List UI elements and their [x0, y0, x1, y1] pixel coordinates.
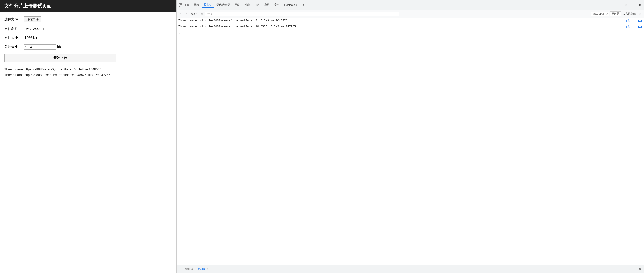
context-selector[interactable]: top ▾ [190, 12, 198, 16]
bottom-tab-new-feature[interactable]: 新功能 × [196, 266, 210, 272]
console-entry-1: Thread name:http-nio-8080-exec-2;current… [176, 18, 644, 24]
log-output: Thread name:http-nio-8080-exec-2;current… [4, 67, 172, 78]
expand-arrow-icon[interactable]: › [178, 32, 180, 35]
console-source-1[interactable]: （索引）：123 [625, 19, 642, 23]
context-label: top [192, 13, 195, 16]
device-icon[interactable] [184, 2, 190, 8]
select-file-row: 选择文件： 选择文件 [4, 16, 172, 22]
svg-rect-0 [179, 4, 180, 5]
tab-memory[interactable]: 内存 [252, 2, 262, 8]
console-toolbar: ⊟ ⊘ top ▾ ◎ 默认级别 无问题 1 条已隐藏 ⚙ [176, 10, 644, 18]
filename-label: 文件名称： [4, 27, 24, 31]
console-messages: Thread name:http-nio-8080-exec-2;current… [176, 18, 644, 265]
chunk-label: 分片大小： [4, 45, 24, 49]
devtools-panel: 元素 控制台 源代码/来源 网络 性能 内存 应用 安全 Lighthouse … [176, 0, 644, 273]
page-title-bar: 文件分片上传测试页面 [0, 0, 176, 12]
svg-rect-3 [179, 5, 180, 7]
tab-sources[interactable]: 源代码/来源 [214, 2, 232, 8]
tab-performance[interactable]: 性能 [242, 2, 252, 8]
filename-row: 文件名称： IMG_2443.JPG [4, 27, 172, 31]
filesize-value: 1266 kb [24, 36, 37, 40]
tab-console[interactable]: 控制台 [202, 2, 214, 8]
no-issues-text: 无问题 [612, 12, 619, 16]
devtools-right-icons: ⚙ ⋮ ✕ [623, 2, 643, 8]
hidden-count[interactable]: 1 条已隐藏 [622, 12, 637, 16]
filesize-label: 文件大小： [4, 36, 24, 40]
inspect-icon[interactable] [178, 2, 184, 8]
eye-icon[interactable]: ◎ [199, 12, 204, 17]
console-msg-1: Thread name:http-nio-8080-exec-2;current… [178, 19, 623, 22]
bottom-tab-new-feature-label: 新功能 [198, 267, 206, 270]
tab-security[interactable]: 安全 [272, 2, 282, 8]
console-filter-input[interactable] [205, 12, 399, 16]
clear-console-icon[interactable]: ⊘ [184, 12, 189, 17]
tab-more[interactable]: >> [300, 3, 307, 7]
chunk-unit: kb [57, 45, 61, 49]
tab-lighthouse[interactable]: Lighthouse [282, 3, 299, 7]
tab-elements[interactable]: 元素 [192, 2, 201, 8]
log-line-1: Thread name:http-nio-8080-exec-2;current… [4, 67, 172, 72]
bottom-more-icon[interactable]: ⋮ [178, 267, 182, 272]
console-entry-3: › [176, 30, 644, 36]
upload-button[interactable]: 开始上传 [4, 54, 116, 62]
page-content: 选择文件： 选择文件 文件名称： IMG_2443.JPG 文件大小： 1266… [0, 12, 176, 273]
bottom-tab-close-icon[interactable]: × [207, 267, 208, 270]
devtools-tab-bar: 元素 控制台 源代码/来源 网络 性能 内存 应用 安全 Lighthouse … [176, 0, 644, 10]
console-msg-2: Thread name:http-nio-8080-exec-1;current… [178, 25, 623, 28]
tab-network[interactable]: 网络 [232, 2, 242, 8]
chunk-size-input[interactable] [24, 44, 56, 50]
chunk-size-row: 分片大小： kb [4, 44, 172, 50]
sidebar-toggle-icon[interactable]: ⊟ [178, 12, 183, 17]
devtools-close-icon[interactable]: ✕ [637, 2, 643, 8]
console-source-2[interactable]: （索引）：123 [625, 25, 642, 29]
tab-separator-1 [191, 2, 191, 8]
bottom-close-devtools-icon[interactable]: ✕ [637, 266, 643, 272]
log-level-selector[interactable]: 默认级别 [591, 12, 609, 16]
devtools-settings-icon[interactable]: ⚙ [623, 2, 629, 8]
web-page-panel: 文件分片上传测试页面 选择文件： 选择文件 文件名称： IMG_2443.JPG… [0, 0, 176, 273]
filesize-row: 文件大小： 1266 kb [4, 36, 172, 40]
bottom-tab-console[interactable]: 控制台 [183, 266, 195, 272]
svg-rect-4 [186, 4, 187, 6]
log-line-2: Thread name:http-nio-8080-exec-1;current… [4, 72, 172, 78]
devtools-bottom-bar: ⋮ 控制台 新功能 × ✕ [176, 265, 644, 273]
filename-value: IMG_2443.JPG [24, 27, 48, 31]
chevron-down-icon: ▾ [196, 13, 197, 16]
no-issues-badge: 无问题 [610, 12, 621, 16]
console-settings-icon[interactable]: ⚙ [638, 12, 643, 16]
devtools-more-icon[interactable]: ⋮ [630, 2, 636, 8]
console-entry-2: Thread name:http-nio-8080-exec-1;current… [176, 24, 644, 30]
svg-rect-5 [188, 4, 188, 6]
select-file-label: 选择文件： [4, 17, 24, 22]
tab-application[interactable]: 应用 [262, 2, 272, 8]
select-file-button[interactable]: 选择文件 [24, 16, 41, 22]
page-title: 文件分片上传测试页面 [4, 3, 52, 9]
